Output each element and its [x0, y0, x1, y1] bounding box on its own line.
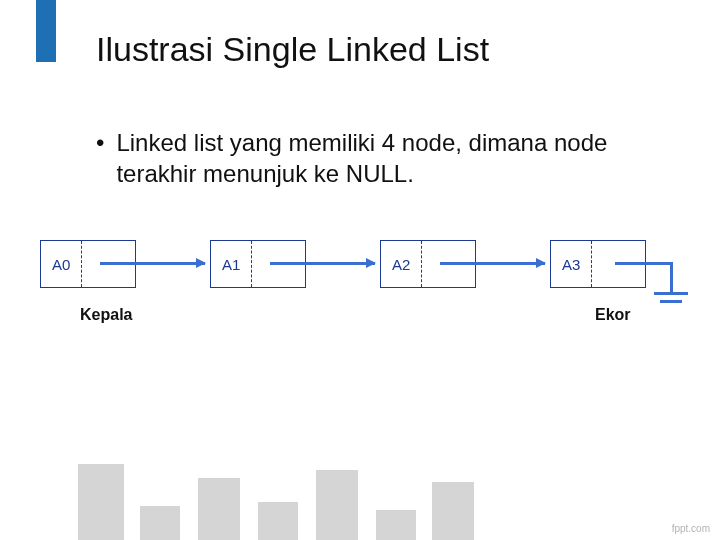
deco-bar	[198, 478, 240, 540]
arrow-a1-a2	[270, 262, 375, 265]
bullet-dot: •	[96, 128, 104, 189]
arrow-a2-a3	[440, 262, 545, 265]
head-label: Kepala	[80, 306, 132, 324]
node-a0-data: A0	[41, 241, 82, 287]
footer-credit: fppt.com	[672, 523, 710, 534]
bullet-text: • Linked list yang memiliki 4 node, dima…	[96, 128, 660, 189]
node-a3-data: A3	[551, 241, 592, 287]
linked-list-diagram: A0 A1 A2 A3 Kepala Ekor	[40, 240, 690, 360]
null-ground-2	[660, 300, 682, 303]
slide-title: Ilustrasi Single Linked List	[96, 30, 489, 69]
deco-bar	[78, 464, 124, 540]
tail-label: Ekor	[595, 306, 631, 324]
deco-bar	[316, 470, 358, 540]
deco-bar	[258, 502, 298, 540]
accent-stripe	[36, 0, 56, 62]
node-a1-data: A1	[211, 241, 252, 287]
null-link-down	[670, 262, 673, 292]
null-ground-1	[654, 292, 688, 295]
deco-bar	[140, 506, 180, 540]
null-link-out	[615, 262, 673, 265]
decorative-bars	[0, 450, 720, 540]
deco-bar	[376, 510, 416, 540]
arrow-a0-a1	[100, 262, 205, 265]
node-a2-data: A2	[381, 241, 422, 287]
bullet-content: Linked list yang memiliki 4 node, dimana…	[116, 128, 660, 189]
deco-bar	[432, 482, 474, 540]
